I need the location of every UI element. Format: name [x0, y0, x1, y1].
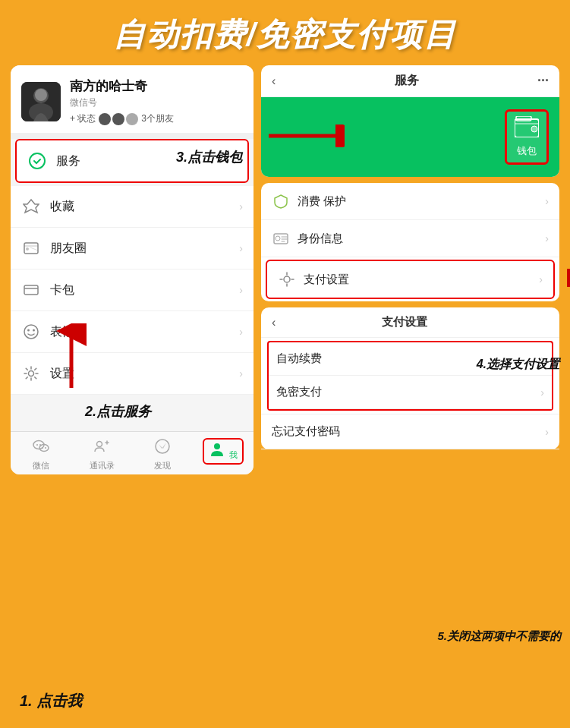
services-card: ‹ 服务 ··· [261, 65, 559, 177]
payment-settings-label: 支付设置 [304, 273, 539, 287]
svg-point-3 [35, 89, 47, 101]
bottom-nav: 微信 通讯录 发现 [11, 431, 254, 474]
payment-settings-icon [278, 270, 296, 288]
svg-rect-23 [531, 126, 537, 132]
nav-wechat-label: 微信 [33, 460, 49, 471]
profile-info: 南方的哈士奇 微信号 + 状态 3个朋友 [70, 77, 243, 125]
nav-contacts[interactable]: 通讯录 [71, 438, 132, 471]
settings-icon [21, 364, 41, 383]
svg-point-6 [26, 247, 29, 251]
svg-rect-7 [24, 285, 38, 295]
no-password-chevron: › [540, 386, 544, 399]
svg-point-25 [276, 236, 280, 241]
stickers-icon [21, 322, 41, 342]
annotation-2: 2.点击服务 [85, 402, 151, 421]
svg-point-8 [24, 325, 38, 339]
auto-renew-box: 自动续费 › 免密支付 › [267, 341, 553, 411]
discover-icon [154, 438, 171, 459]
no-password-label: 免密支付 [276, 385, 540, 399]
cards-label: 卡包 [50, 282, 239, 298]
wechat-icon [33, 438, 49, 459]
nav-discover-label: 发现 [154, 460, 171, 471]
identity-label: 身份信息 [298, 232, 545, 246]
annotation-5: 5.关闭这两项中不需要的 [437, 629, 561, 644]
nav-discover[interactable]: 发现 [132, 438, 193, 471]
favorites-chevron: › [239, 200, 243, 213]
services-icon [27, 151, 47, 171]
identity-chevron: › [545, 232, 549, 244]
services-title: 服务 [276, 73, 537, 89]
menu-item-favorites[interactable]: 收藏 › [11, 186, 254, 228]
svg-point-9 [27, 329, 30, 332]
svg-point-11 [29, 371, 34, 377]
settings-forgot-password[interactable]: 忘记支付密码 › [261, 414, 559, 449]
forgot-password-label: 忘记支付密码 [272, 424, 545, 439]
cards-icon [21, 280, 41, 300]
status-dots [99, 113, 138, 125]
annotation-3: 3.点击钱包 [176, 148, 242, 166]
moments-label: 朋友圈 [50, 241, 239, 257]
pay-settings-title: 支付设置 [276, 315, 534, 329]
wallet-label: 钱包 [517, 144, 537, 158]
settings-row-identity[interactable]: 身份信息 › [261, 220, 559, 257]
wallet-box[interactable]: 钱包 [505, 109, 549, 165]
pay-settings-detail-card: ‹ 支付设置 自动续费 › 免密支付 › 忘记支付密码 › [261, 307, 559, 449]
svg-point-18 [97, 442, 102, 447]
arrow-to-wallet [269, 124, 345, 150]
menu-item-settings[interactable]: 设置 › [11, 353, 254, 395]
avatar [21, 82, 61, 121]
profile-section: 南方的哈士奇 微信号 + 状态 3个朋友 [11, 65, 254, 133]
identity-icon [272, 229, 290, 247]
profile-name: 南方的哈士奇 [70, 77, 243, 95]
svg-point-16 [42, 447, 43, 449]
svg-point-26 [284, 276, 290, 282]
svg-point-17 [45, 447, 46, 449]
settings-row-consumption[interactable]: 消费 保护 › [261, 183, 559, 220]
more-icon[interactable]: ··· [537, 73, 549, 89]
svg-point-20 [214, 443, 220, 449]
settings-no-password[interactable]: 免密支付 › [269, 376, 552, 409]
payment-settings-card: 消费 保护 › 身份信息 › [261, 183, 559, 301]
consumption-icon [272, 192, 290, 210]
menu-list: 服务 › 收藏 › [11, 139, 254, 395]
right-panel: ‹ 服务 ··· [261, 65, 559, 474]
dot-dark [99, 113, 111, 125]
arrow-to-pay-settings [561, 269, 570, 290]
annotation-4: 4.选择支付设置 [477, 357, 559, 373]
svg-point-19 [156, 440, 169, 453]
cards-chevron: › [239, 284, 243, 296]
consumption-chevron: › [545, 195, 549, 207]
arrow-to-auto-renew [567, 65, 570, 114]
menu-item-moments[interactable]: 朋友圈 › [11, 228, 254, 269]
svg-point-4 [30, 153, 45, 169]
forgot-password-chevron: › [545, 426, 549, 438]
contacts-icon [93, 438, 110, 459]
nav-me-box: 我 [203, 438, 244, 465]
payment-settings-chevron: › [539, 273, 543, 285]
arrow-to-services [56, 323, 87, 395]
settings-row-payment[interactable]: 支付设置 › [266, 260, 555, 299]
wallet-icon [515, 116, 539, 143]
pay-settings-header: ‹ 支付设置 [261, 307, 559, 338]
page-title: 自动扣费/免密支付项目 [0, 0, 570, 65]
moments-chevron: › [239, 242, 243, 254]
svg-point-13 [36, 444, 38, 446]
nav-wechat[interactable]: 微信 [11, 438, 71, 471]
profile-status: + 状态 3个朋友 [70, 112, 243, 125]
services-card-header: ‹ 服务 ··· [261, 65, 559, 97]
nav-me[interactable]: 我 [193, 438, 254, 471]
nav-contacts-label: 通讯录 [90, 460, 115, 471]
stickers-chevron: › [239, 326, 243, 338]
friends-count: 3个朋友 [141, 112, 174, 125]
dot-light [126, 113, 138, 125]
wallet-section: 钱包 [261, 97, 559, 177]
dot-dark-2 [112, 113, 124, 125]
profile-wechat: 微信号 [70, 96, 243, 109]
settings-chevron: › [239, 367, 243, 380]
menu-item-stickers[interactable]: 表情 › [11, 311, 254, 353]
menu-item-cards[interactable]: 卡包 › [11, 269, 254, 311]
annotation-1: 1. 点击我 [20, 691, 82, 711]
nav-me-label: 我 [229, 450, 238, 459]
svg-point-10 [33, 329, 35, 332]
moments-icon [21, 238, 41, 258]
